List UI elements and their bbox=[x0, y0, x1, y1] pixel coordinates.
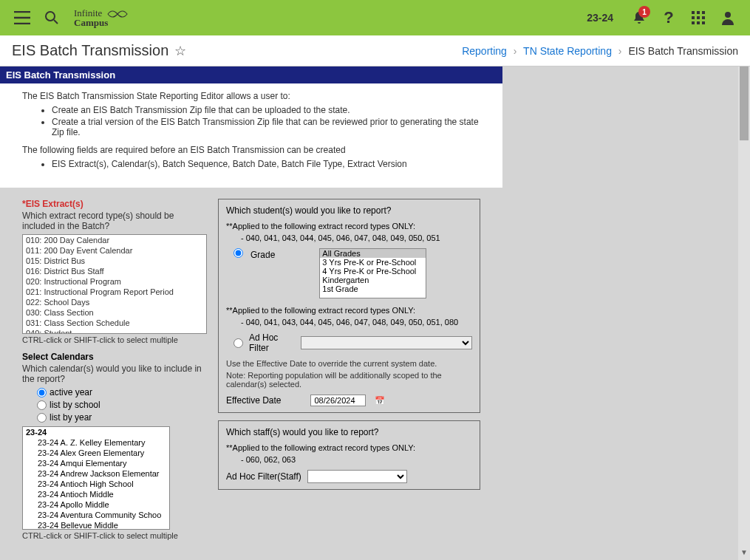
breadcrumb-tn-state[interactable]: TN State Reporting bbox=[523, 45, 612, 57]
calendar-icon[interactable]: 📅 bbox=[375, 396, 385, 406]
calendar-group[interactable]: 23-24 bbox=[23, 427, 169, 437]
list-item[interactable]: 23-24 Aventura Community Schoo bbox=[23, 510, 169, 520]
breadcrumb-current: EIS Batch Transmission bbox=[628, 45, 738, 57]
right-empty-panel: ▲ ▼ bbox=[502, 66, 750, 560]
staff-panel: Which staff(s) would you like to report?… bbox=[218, 420, 480, 490]
list-item[interactable]: 23-24 Alex Green Elementary bbox=[23, 448, 169, 458]
list-item[interactable]: 022: School Days bbox=[23, 297, 206, 307]
list-item[interactable]: 23-24 Antioch Middle bbox=[23, 489, 169, 499]
svg-rect-5 bbox=[697, 16, 700, 19]
intro-bullet: Create an EIS Batch Transmission Zip fil… bbox=[52, 105, 480, 115]
svg-rect-6 bbox=[702, 16, 705, 19]
radio-list-by-year[interactable] bbox=[37, 413, 47, 423]
list-item[interactable]: 23-24 Bellevue Middle bbox=[23, 520, 169, 530]
eis-extract-label: *EIS Extract(s) bbox=[22, 199, 207, 209]
radio-active-year[interactable] bbox=[37, 388, 47, 397]
list-item[interactable]: 021: Instructional Program Report Period bbox=[23, 287, 206, 297]
svg-point-10 bbox=[725, 12, 731, 18]
list-item[interactable]: 020: Instructional Program bbox=[23, 276, 206, 287]
svg-rect-4 bbox=[692, 16, 695, 19]
school-year[interactable]: 23-24 bbox=[587, 12, 613, 24]
notifications-icon[interactable]: 1 bbox=[624, 0, 654, 35]
intro-bullet: Create a trial version of the EIS Batch … bbox=[52, 117, 480, 137]
student-applied-1: **Applied to the following extract recor… bbox=[226, 222, 472, 231]
apps-icon[interactable] bbox=[683, 0, 713, 35]
panel-title: EIS Batch Transmission bbox=[0, 66, 502, 83]
intro-req-lead: The following fields are required before… bbox=[22, 145, 480, 155]
radio-list-by-year-label: list by year bbox=[50, 412, 92, 423]
calendar-hint: CTRL-click or SHIFT-click to select mult… bbox=[22, 531, 207, 540]
student-applied-2: **Applied to the following extract recor… bbox=[226, 306, 472, 315]
main-content: EIS Batch Transmission The EIS Batch Tra… bbox=[0, 66, 502, 560]
breadcrumb: Reporting › TN State Reporting › EIS Bat… bbox=[462, 45, 738, 57]
svg-rect-7 bbox=[692, 21, 695, 24]
menu-icon[interactable] bbox=[7, 0, 37, 35]
logo-line2: Campus bbox=[74, 18, 108, 27]
list-item[interactable]: 3 Yrs Pre-K or Pre-School bbox=[320, 258, 426, 267]
eff-note-1: Use the Effective Date to override the c… bbox=[226, 359, 472, 368]
list-item[interactable]: All Grades bbox=[320, 249, 426, 258]
user-icon[interactable] bbox=[713, 0, 743, 35]
search-icon[interactable] bbox=[37, 0, 67, 35]
scroll-down-icon[interactable]: ▼ bbox=[738, 548, 750, 560]
staff-adhoc-label: Ad Hoc Filter(Staff) bbox=[226, 471, 301, 482]
page-header: EIS Batch Transmission ☆ Reporting › TN … bbox=[0, 35, 750, 66]
intro-text: The EIS Batch Transmission State Reporti… bbox=[0, 83, 502, 188]
student-question: Which student(s) would you like to repor… bbox=[226, 205, 472, 216]
favorite-star-icon[interactable]: ☆ bbox=[174, 43, 186, 59]
list-item[interactable]: 040: Student bbox=[23, 328, 206, 334]
list-item[interactable]: Kindergarten bbox=[320, 276, 426, 284]
scrollbar[interactable]: ▲ ▼ bbox=[738, 66, 750, 560]
radio-list-by-school[interactable] bbox=[37, 400, 47, 410]
calendars-question: Which calendar(s) would you like to incl… bbox=[22, 363, 207, 384]
eff-note-2: Note: Reporting population will be addit… bbox=[226, 371, 472, 389]
radio-list-by-school-label: list by school bbox=[50, 400, 100, 410]
list-item[interactable]: 23-24 Antioch High School bbox=[23, 479, 169, 489]
radio-adhoc-filter[interactable] bbox=[233, 338, 243, 348]
student-codes-1: - 040, 041, 043, 044, 045, 046, 047, 048… bbox=[241, 233, 472, 242]
list-item[interactable]: 010: 200 Day Calendar bbox=[23, 235, 206, 245]
staff-question: Which staff(s) would you like to report? bbox=[226, 427, 472, 437]
list-item[interactable]: 23-24 A. Z. Kelley Elementary bbox=[23, 437, 169, 448]
chevron-right-icon: › bbox=[618, 45, 622, 57]
list-item[interactable]: 1st Grade bbox=[320, 284, 426, 293]
chevron-right-icon: › bbox=[514, 45, 517, 57]
page-title: EIS Batch Transmission bbox=[12, 42, 168, 59]
intro-req-list: EIS Extract(s), Calendar(s), Batch Seque… bbox=[52, 159, 480, 169]
radio-grade[interactable] bbox=[233, 248, 243, 258]
student-panel: Which student(s) would you like to repor… bbox=[218, 199, 480, 413]
list-item[interactable]: 4 Yrs Pre-K or Pre-School bbox=[320, 267, 426, 276]
list-item[interactable]: 030: Class Section bbox=[23, 307, 206, 318]
svg-rect-2 bbox=[697, 11, 700, 14]
effective-date-label: Effective Date bbox=[226, 395, 281, 406]
help-icon[interactable]: ? bbox=[654, 0, 683, 35]
adhoc-filter-label: Ad Hoc Filter bbox=[249, 332, 295, 353]
logo[interactable]: Infinite Campus bbox=[74, 8, 129, 27]
list-item[interactable]: 23-24 Amqui Elementary bbox=[23, 458, 169, 468]
effective-date-input[interactable]: 08/26/2024 bbox=[314, 396, 355, 405]
list-item[interactable]: 031: Class Section Schedule bbox=[23, 318, 206, 328]
list-item[interactable]: 011: 200 Day Event Calendar bbox=[23, 245, 206, 256]
eis-extract-listbox[interactable]: 010: 200 Day Calendar 011: 200 Day Event… bbox=[22, 234, 207, 334]
scroll-thumb[interactable] bbox=[740, 66, 749, 140]
radio-active-year-label: active year bbox=[50, 387, 92, 397]
list-item[interactable]: 015: District Bus bbox=[23, 256, 206, 266]
breadcrumb-reporting[interactable]: Reporting bbox=[462, 45, 507, 57]
list-item[interactable]: 23-24 Andrew Jackson Elementar bbox=[23, 468, 169, 479]
eis-extract-question: Which extract record type(s) should be i… bbox=[22, 211, 207, 231]
intro-req-bullet: EIS Extract(s), Calendar(s), Batch Seque… bbox=[52, 159, 480, 169]
intro-lead: The EIS Batch Transmission State Reporti… bbox=[22, 91, 480, 101]
extract-hint: CTRL-click or SHIFT-click to select mult… bbox=[22, 335, 207, 344]
adhoc-filter-select[interactable] bbox=[301, 336, 472, 349]
staff-adhoc-select[interactable] bbox=[307, 470, 407, 483]
svg-rect-3 bbox=[702, 11, 705, 14]
svg-rect-9 bbox=[702, 21, 705, 24]
list-item[interactable]: 016: District Bus Staff bbox=[23, 266, 206, 276]
student-codes-2: - 040, 041, 043, 044, 045, 046, 047, 048… bbox=[241, 318, 472, 327]
calendar-listbox[interactable]: 23-24 23-24 A. Z. Kelley Elementary 23-2… bbox=[22, 426, 170, 530]
staff-codes: - 060, 062, 063 bbox=[241, 455, 472, 464]
grade-listbox[interactable]: All Grades 3 Yrs Pre-K or Pre-School 4 Y… bbox=[319, 248, 426, 298]
grade-label: Grade bbox=[250, 250, 275, 260]
list-item[interactable]: 23-24 Apollo Middle bbox=[23, 499, 169, 510]
svg-point-0 bbox=[46, 12, 55, 21]
